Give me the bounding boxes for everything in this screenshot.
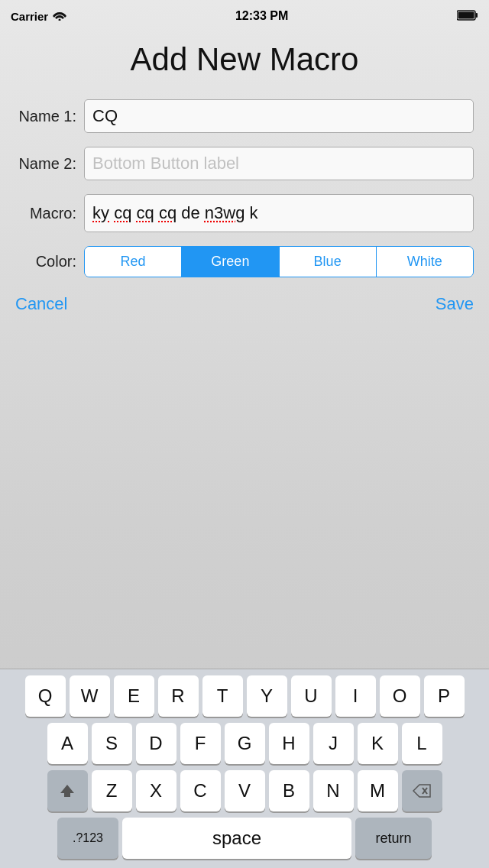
keyboard-row-1: Q W E R T Y U I O P xyxy=(3,675,486,717)
macro-label: Macro: xyxy=(15,205,84,222)
svg-point-0 xyxy=(59,18,61,21)
key-a[interactable]: A xyxy=(47,723,88,764)
name1-label: Name 1: xyxy=(15,108,84,125)
form-area: Name 1: Name 2: Macro: ky cq cq cq de n3… xyxy=(0,99,489,277)
time-label: 12:33 PM xyxy=(235,9,288,23)
color-row: Color: Red Green Blue White xyxy=(15,246,474,277)
svg-marker-4 xyxy=(60,785,74,797)
color-blue-button[interactable]: Blue xyxy=(280,247,377,277)
macro-word-7: k xyxy=(250,203,258,223)
color-green-button[interactable]: Green xyxy=(182,247,279,277)
keyboard-row-4: .?123 space return xyxy=(3,818,486,859)
page-title: Add New Macro xyxy=(0,28,489,99)
macro-word-2: cq xyxy=(114,203,131,223)
key-u[interactable]: U xyxy=(291,675,332,717)
key-n[interactable]: N xyxy=(313,770,354,811)
key-h[interactable]: H xyxy=(269,723,309,764)
key-t[interactable]: T xyxy=(202,675,243,717)
key-e[interactable]: E xyxy=(114,675,154,717)
macro-word-6: n3wg xyxy=(205,203,245,223)
color-red-button[interactable]: Red xyxy=(85,247,182,277)
key-g[interactable]: G xyxy=(225,723,265,764)
svg-rect-3 xyxy=(475,13,478,18)
name2-label: Name 2: xyxy=(15,155,84,173)
key-m[interactable]: M xyxy=(358,770,398,811)
macro-word-3: cq xyxy=(137,203,154,223)
key-q[interactable]: Q xyxy=(25,675,66,717)
keyboard: Q W E R T Y U I O P A S D F G H J K L Z … xyxy=(0,669,489,868)
key-f[interactable]: F xyxy=(180,723,221,764)
key-y[interactable]: Y xyxy=(247,675,287,717)
svg-rect-2 xyxy=(458,11,474,18)
action-row: Cancel Save xyxy=(0,291,489,317)
key-z[interactable]: Z xyxy=(92,770,132,811)
battery-icon xyxy=(457,10,478,23)
macro-input[interactable]: ky cq cq cq de n3wg k xyxy=(84,194,474,232)
key-d[interactable]: D xyxy=(136,723,176,764)
key-j[interactable]: J xyxy=(313,723,354,764)
keyboard-row-2: A S D F G H J K L xyxy=(3,723,486,764)
key-b[interactable]: B xyxy=(269,770,309,811)
key-p[interactable]: P xyxy=(424,675,465,717)
status-bar: Carrier 12:33 PM xyxy=(0,0,489,28)
key-k[interactable]: K xyxy=(358,723,398,764)
key-s[interactable]: S xyxy=(92,723,132,764)
save-button[interactable]: Save xyxy=(428,291,481,317)
cancel-button[interactable]: Cancel xyxy=(8,291,75,317)
color-white-button[interactable]: White xyxy=(377,247,473,277)
macro-row: Macro: ky cq cq cq de n3wg k xyxy=(15,194,474,232)
name2-row: Name 2: xyxy=(15,147,474,180)
keyboard-row-3: Z X C V B N M xyxy=(3,770,486,811)
key-v[interactable]: V xyxy=(225,770,265,811)
color-segmented-control: Red Green Blue White xyxy=(84,246,474,277)
numbers-key[interactable]: .?123 xyxy=(57,818,118,859)
macro-word-5: de xyxy=(181,203,199,223)
key-r[interactable]: R xyxy=(158,675,199,717)
carrier-label: Carrier xyxy=(11,10,48,23)
key-o[interactable]: O xyxy=(380,675,420,717)
name1-row: Name 1: xyxy=(15,99,474,133)
name2-input[interactable] xyxy=(84,147,474,180)
key-x[interactable]: X xyxy=(136,770,176,811)
name1-input[interactable] xyxy=(84,99,474,133)
key-l[interactable]: L xyxy=(402,723,442,764)
shift-key[interactable] xyxy=(47,770,88,811)
wifi-icon xyxy=(53,10,66,23)
key-i[interactable]: I xyxy=(335,675,376,717)
color-label: Color: xyxy=(15,253,84,270)
macro-word-1: ky xyxy=(92,203,109,223)
return-key[interactable]: return xyxy=(355,818,432,859)
key-w[interactable]: W xyxy=(70,675,110,717)
macro-word-4: cq xyxy=(159,203,176,223)
key-c[interactable]: C xyxy=(180,770,221,811)
delete-key[interactable] xyxy=(402,770,442,811)
space-key[interactable]: space xyxy=(122,818,351,859)
